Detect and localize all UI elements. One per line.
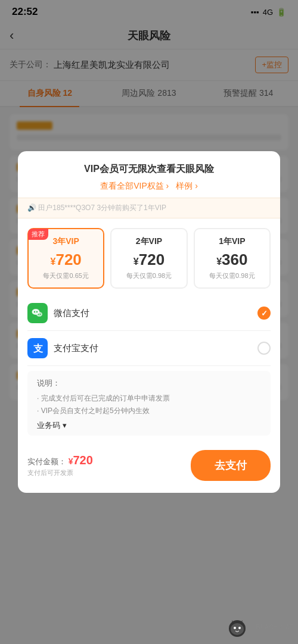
watermark: BLACK CAT [222,615,293,639]
cat-logo [222,615,252,639]
chevron-down-icon: ▾ [63,421,67,430]
plan-1year-price: ¥360 [200,251,265,269]
payment-section: 微信支付 支 支付宝支付 [18,296,280,366]
svg-point-10 [238,627,241,629]
vip-modal: VIP会员可无限次查看天眼风险 查看全部VIP权益 › 样例 › 🔊 田户185… [18,151,280,493]
svg-point-1 [34,311,35,312]
notes-item-1: · 完成支付后可在已完成的订单中申请发票 [37,392,261,404]
modal-title: VIP会员可无限次查看天眼风险 [30,163,268,176]
vip-benefits-link[interactable]: 查看全部VIP权益 › [100,181,169,192]
wechat-icon [27,303,48,323]
notif-icon: 🔊 [27,204,36,212]
svg-text:支: 支 [33,343,44,354]
modal-header: VIP会员可无限次查看天眼风险 查看全部VIP权益 › 样例 › [18,151,280,198]
notification-strip: 🔊 田户185****Q3O7 3分钟前购买了1年VIP [18,198,280,218]
alipay-label: 支付宝支付 [54,343,98,354]
amount-value: ¥720 [69,454,93,467]
watermark-text: BLACK CAT [256,623,293,631]
pay-button[interactable]: 去支付 [191,450,271,481]
notif-text: 田户185****Q3O7 3分钟前购买了1年VIP [38,204,166,212]
plan-3year-price: ¥720 [33,251,98,269]
business-code[interactable]: 业务码 ▾ [37,420,261,431]
svg-point-5 [40,314,41,315]
svg-point-4 [38,314,39,315]
notes-section: 说明： · 完成支付后可在已完成的订单中申请发票 · VIP会员自支付之时起5分… [27,371,271,436]
modal-vip-links: 查看全部VIP权益 › 样例 › [100,181,198,192]
amount-info: 实付金额： ¥720 支付后可开发票 [27,454,93,477]
example-link[interactable]: 样例 › [176,181,198,192]
plan-3year[interactable]: 推荐 3年VIP ¥720 每天仅需0.65元 [27,228,104,289]
notes-item-2: · VIP会员自支付之时起5分钟内生效 [37,405,261,417]
plan-2year[interactable]: 2年VIP ¥720 每天仅需0.98元 [110,228,187,289]
wechat-pay-row[interactable]: 微信支付 [27,296,271,331]
plan-1year-name: 1年VIP [200,236,265,247]
plan-1year[interactable]: 1年VIP ¥360 每天仅需0.98元 [194,228,271,289]
svg-point-3 [36,312,42,317]
modal-footer: 实付金额： ¥720 支付后可开发票 去支付 [18,440,280,481]
wechat-radio[interactable] [257,307,271,320]
alipay-icon: 支 [27,338,48,358]
svg-point-8 [231,623,244,635]
modal-overlay: VIP会员可无限次查看天眼风险 查看全部VIP权益 › 样例 › 🔊 田户185… [0,0,298,644]
notes-title: 说明： [37,378,261,389]
wechat-pay-label: 微信支付 [54,308,89,319]
amount-note: 支付后可开发票 [27,468,93,477]
svg-point-2 [36,311,38,312]
plan-2year-name: 2年VIP [116,236,181,247]
plan-3year-badge: 推荐 [28,229,48,240]
amount-label: 实付金额： [27,457,66,466]
vip-plans-row: 推荐 3年VIP ¥720 每天仅需0.65元 2年VIP ¥720 每天仅需0… [18,218,280,296]
svg-point-9 [234,627,236,629]
alipay-radio[interactable] [257,342,271,355]
plan-3year-daily: 每天仅需0.65元 [33,271,98,280]
plan-2year-daily: 每天仅需0.98元 [116,271,181,280]
alipay-row[interactable]: 支 支付宝支付 [27,331,271,366]
plan-2year-price: ¥720 [116,251,181,269]
plan-1year-daily: 每天仅需0.98元 [200,271,265,280]
